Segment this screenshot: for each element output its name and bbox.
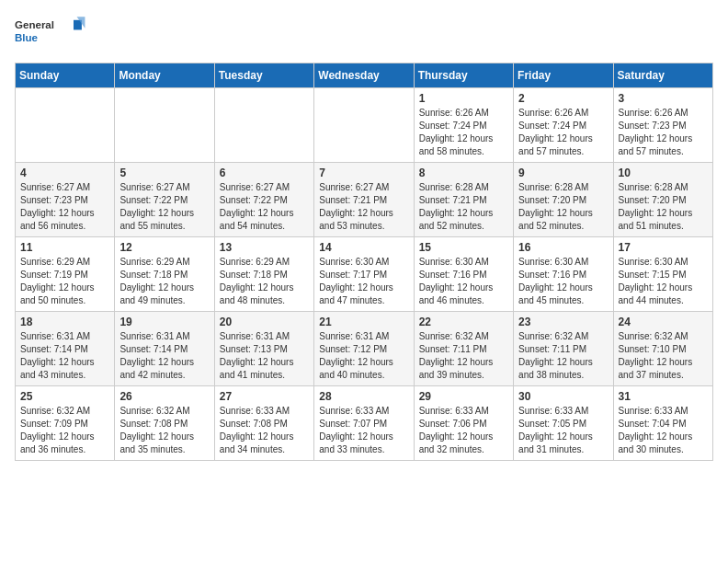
calendar-cell: 31 Sunrise: 6:33 AMSunset: 7:04 PMDaylig…	[613, 386, 712, 461]
day-number: 2	[518, 92, 608, 105]
day-info: Sunrise: 6:28 AMSunset: 7:21 PMDaylight:…	[419, 182, 494, 231]
calendar-cell: 28 Sunrise: 6:33 AMSunset: 7:07 PMDaylig…	[314, 386, 414, 461]
generalblue-logo-icon: General Blue	[15, 15, 88, 52]
day-number: 29	[419, 390, 508, 403]
day-number: 10	[619, 167, 708, 179]
day-number: 8	[419, 167, 508, 179]
header-day-saturday: Saturday	[613, 63, 712, 88]
calendar-cell: 22 Sunrise: 6:32 AMSunset: 7:11 PMDaylig…	[414, 312, 513, 386]
day-info: Sunrise: 6:26 AMSunset: 7:24 PMDaylight:…	[419, 108, 494, 156]
day-info: Sunrise: 6:28 AMSunset: 7:20 PMDaylight:…	[619, 182, 693, 231]
day-number: 26	[119, 390, 209, 403]
day-info: Sunrise: 6:30 AMSunset: 7:16 PMDaylight:…	[518, 257, 593, 305]
calendar-body: 1 Sunrise: 6:26 AMSunset: 7:24 PMDayligh…	[16, 88, 713, 461]
day-number: 13	[220, 241, 309, 254]
calendar-cell: 3 Sunrise: 6:26 AMSunset: 7:23 PMDayligh…	[613, 88, 712, 163]
day-number: 17	[619, 241, 708, 254]
week-row-2: 4 Sunrise: 6:27 AMSunset: 7:23 PMDayligh…	[16, 163, 713, 237]
calendar-cell: 29 Sunrise: 6:33 AMSunset: 7:06 PMDaylig…	[414, 386, 513, 461]
calendar-cell: 21 Sunrise: 6:31 AMSunset: 7:12 PMDaylig…	[314, 312, 414, 386]
day-number: 1	[419, 92, 508, 105]
calendar-cell	[115, 88, 214, 163]
calendar-cell: 25 Sunrise: 6:32 AMSunset: 7:09 PMDaylig…	[16, 386, 115, 461]
day-info: Sunrise: 6:30 AMSunset: 7:16 PMDaylight:…	[419, 257, 494, 305]
header-day-wednesday: Wednesday	[314, 63, 414, 88]
week-row-3: 11 Sunrise: 6:29 AMSunset: 7:19 PMDaylig…	[16, 237, 713, 312]
day-number: 22	[419, 316, 508, 328]
calendar-cell: 9 Sunrise: 6:28 AMSunset: 7:20 PMDayligh…	[514, 163, 613, 237]
header-day-monday: Monday	[115, 63, 214, 88]
day-number: 14	[319, 241, 408, 254]
day-number: 28	[319, 390, 408, 403]
day-info: Sunrise: 6:31 AMSunset: 7:14 PMDaylight:…	[20, 331, 95, 380]
calendar-cell: 5 Sunrise: 6:27 AMSunset: 7:22 PMDayligh…	[115, 163, 214, 237]
calendar-cell: 11 Sunrise: 6:29 AMSunset: 7:19 PMDaylig…	[16, 237, 115, 312]
day-info: Sunrise: 6:32 AMSunset: 7:09 PMDaylight:…	[20, 406, 95, 454]
day-info: Sunrise: 6:29 AMSunset: 7:18 PMDaylight:…	[119, 257, 194, 305]
calendar-cell: 6 Sunrise: 6:27 AMSunset: 7:22 PMDayligh…	[214, 163, 313, 237]
day-info: Sunrise: 6:33 AMSunset: 7:05 PMDaylight:…	[518, 406, 593, 454]
day-number: 12	[119, 241, 209, 254]
header-day-thursday: Thursday	[414, 63, 513, 88]
day-info: Sunrise: 6:32 AMSunset: 7:11 PMDaylight:…	[419, 331, 494, 380]
day-number: 30	[518, 390, 608, 403]
day-info: Sunrise: 6:33 AMSunset: 7:08 PMDaylight:…	[220, 406, 294, 454]
day-number: 3	[619, 92, 708, 105]
day-info: Sunrise: 6:30 AMSunset: 7:15 PMDaylight:…	[619, 257, 693, 305]
calendar-cell: 24 Sunrise: 6:32 AMSunset: 7:10 PMDaylig…	[613, 312, 712, 386]
header-day-friday: Friday	[514, 63, 613, 88]
day-number: 16	[518, 241, 608, 254]
week-row-1: 1 Sunrise: 6:26 AMSunset: 7:24 PMDayligh…	[16, 88, 713, 163]
svg-text:General: General	[15, 19, 54, 30]
day-number: 15	[419, 241, 508, 254]
calendar-header: SundayMondayTuesdayWednesdayThursdayFrid…	[16, 63, 713, 88]
day-number: 6	[220, 167, 309, 179]
day-number: 23	[518, 316, 608, 328]
calendar-cell: 14 Sunrise: 6:30 AMSunset: 7:17 PMDaylig…	[314, 237, 414, 312]
day-info: Sunrise: 6:29 AMSunset: 7:19 PMDaylight:…	[20, 257, 95, 305]
calendar-cell: 12 Sunrise: 6:29 AMSunset: 7:18 PMDaylig…	[115, 237, 214, 312]
calendar-cell	[16, 88, 115, 163]
week-row-5: 25 Sunrise: 6:32 AMSunset: 7:09 PMDaylig…	[16, 386, 713, 461]
day-number: 31	[619, 390, 708, 403]
calendar-cell: 2 Sunrise: 6:26 AMSunset: 7:24 PMDayligh…	[514, 88, 613, 163]
day-info: Sunrise: 6:29 AMSunset: 7:18 PMDaylight:…	[220, 257, 294, 305]
day-number: 4	[20, 167, 109, 179]
day-number: 20	[220, 316, 309, 328]
day-info: Sunrise: 6:27 AMSunset: 7:22 PMDaylight:…	[220, 182, 294, 231]
week-row-4: 18 Sunrise: 6:31 AMSunset: 7:14 PMDaylig…	[16, 312, 713, 386]
calendar-cell: 15 Sunrise: 6:30 AMSunset: 7:16 PMDaylig…	[414, 237, 513, 312]
day-info: Sunrise: 6:28 AMSunset: 7:20 PMDaylight:…	[518, 182, 593, 231]
calendar-cell: 8 Sunrise: 6:28 AMSunset: 7:21 PMDayligh…	[414, 163, 513, 237]
day-info: Sunrise: 6:32 AMSunset: 7:10 PMDaylight:…	[619, 331, 693, 380]
calendar-cell	[314, 88, 414, 163]
calendar-cell: 13 Sunrise: 6:29 AMSunset: 7:18 PMDaylig…	[214, 237, 313, 312]
day-number: 19	[119, 316, 209, 328]
page-header: General Blue	[15, 15, 713, 52]
day-info: Sunrise: 6:33 AMSunset: 7:06 PMDaylight:…	[419, 406, 494, 454]
calendar-cell: 23 Sunrise: 6:32 AMSunset: 7:11 PMDaylig…	[514, 312, 613, 386]
day-info: Sunrise: 6:31 AMSunset: 7:12 PMDaylight:…	[319, 331, 393, 380]
day-number: 24	[619, 316, 708, 328]
calendar-cell: 30 Sunrise: 6:33 AMSunset: 7:05 PMDaylig…	[514, 386, 613, 461]
header-day-sunday: Sunday	[16, 63, 115, 88]
day-info: Sunrise: 6:27 AMSunset: 7:22 PMDaylight:…	[119, 182, 194, 231]
day-info: Sunrise: 6:32 AMSunset: 7:08 PMDaylight:…	[119, 406, 194, 454]
day-info: Sunrise: 6:31 AMSunset: 7:14 PMDaylight:…	[119, 331, 194, 380]
day-number: 11	[20, 241, 109, 254]
day-info: Sunrise: 6:31 AMSunset: 7:13 PMDaylight:…	[220, 331, 294, 380]
calendar-cell: 27 Sunrise: 6:33 AMSunset: 7:08 PMDaylig…	[214, 386, 313, 461]
day-number: 7	[319, 167, 408, 179]
day-info: Sunrise: 6:33 AMSunset: 7:04 PMDaylight:…	[619, 406, 693, 454]
calendar-cell: 19 Sunrise: 6:31 AMSunset: 7:14 PMDaylig…	[115, 312, 214, 386]
calendar-cell: 10 Sunrise: 6:28 AMSunset: 7:20 PMDaylig…	[613, 163, 712, 237]
day-number: 21	[319, 316, 408, 328]
calendar-cell: 4 Sunrise: 6:27 AMSunset: 7:23 PMDayligh…	[16, 163, 115, 237]
day-number: 25	[20, 390, 109, 403]
day-number: 27	[220, 390, 309, 403]
header-day-tuesday: Tuesday	[214, 63, 313, 88]
day-number: 9	[518, 167, 608, 179]
day-info: Sunrise: 6:33 AMSunset: 7:07 PMDaylight:…	[319, 406, 393, 454]
calendar-cell: 20 Sunrise: 6:31 AMSunset: 7:13 PMDaylig…	[214, 312, 313, 386]
day-info: Sunrise: 6:32 AMSunset: 7:11 PMDaylight:…	[518, 331, 593, 380]
